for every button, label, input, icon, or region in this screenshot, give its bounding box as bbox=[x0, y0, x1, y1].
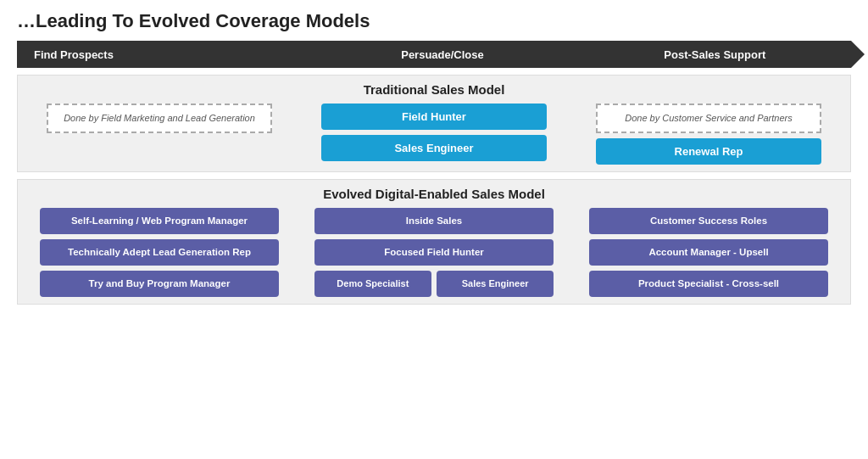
account-manager-upsell-button[interactable]: Account Manager - Upsell bbox=[589, 239, 829, 266]
evolved-model-section: Evolved Digital-Enabled Sales Model Self… bbox=[17, 179, 851, 305]
evolved-sales-engineer-button[interactable]: Sales Engineer bbox=[437, 271, 554, 296]
traditional-right-col: Done by Customer Service and Partners Re… bbox=[576, 104, 842, 165]
self-learning-button[interactable]: Self-Learning / Web Program Manager bbox=[40, 208, 280, 234]
arrow-col3: Post-Sales Support bbox=[579, 48, 851, 61]
traditional-grid: Done by Field Marketing and Lead Generat… bbox=[26, 104, 842, 165]
traditional-center-col: Field Hunter Sales Engineer bbox=[301, 104, 567, 161]
sales-engineer-button[interactable]: Sales Engineer bbox=[321, 135, 548, 161]
traditional-model-title: Traditional Sales Model bbox=[26, 82, 842, 97]
try-and-buy-button[interactable]: Try and Buy Program Manager bbox=[40, 271, 280, 297]
technically-adept-button[interactable]: Technically Adept Lead Generation Rep bbox=[40, 239, 280, 266]
demo-specialist-button[interactable]: Demo Specialist bbox=[314, 271, 431, 296]
traditional-model-section: Traditional Sales Model Done by Field Ma… bbox=[17, 75, 851, 172]
focused-field-hunter-button[interactable]: Focused Field Hunter bbox=[314, 239, 554, 266]
page: …Leading To Evolved Coverage Models Find… bbox=[0, 0, 868, 459]
arrow-col2: Persuade/Close bbox=[306, 48, 578, 61]
evolved-left-col: Self-Learning / Web Program Manager Tech… bbox=[26, 208, 292, 297]
evolved-grid: Self-Learning / Web Program Manager Tech… bbox=[26, 208, 842, 297]
arrow-banner: Find Prospects Persuade/Close Post-Sales… bbox=[17, 41, 851, 68]
evolved-right-col: Customer Success Roles Account Manager -… bbox=[576, 208, 842, 297]
renewal-rep-button[interactable]: Renewal Rep bbox=[596, 138, 822, 165]
page-title: …Leading To Evolved Coverage Models bbox=[17, 10, 851, 32]
field-hunter-button[interactable]: Field Hunter bbox=[321, 104, 548, 130]
evolved-model-title: Evolved Digital-Enabled Sales Model bbox=[26, 187, 842, 201]
traditional-right-dashed: Done by Customer Service and Partners bbox=[596, 104, 822, 133]
evolved-center-col: Inside Sales Focused Field Hunter Demo S… bbox=[301, 208, 567, 296]
evolved-center-bottom-row: Demo Specialist Sales Engineer bbox=[314, 271, 554, 296]
product-specialist-button[interactable]: Product Specialist - Cross-sell bbox=[589, 271, 829, 297]
inside-sales-button[interactable]: Inside Sales bbox=[314, 208, 554, 234]
traditional-left-dashed: Done by Field Marketing and Lead Generat… bbox=[47, 104, 273, 133]
arrow-col1: Find Prospects bbox=[25, 48, 306, 61]
traditional-left-col: Done by Field Marketing and Lead Generat… bbox=[26, 104, 292, 133]
customer-success-roles-button[interactable]: Customer Success Roles bbox=[589, 208, 829, 234]
